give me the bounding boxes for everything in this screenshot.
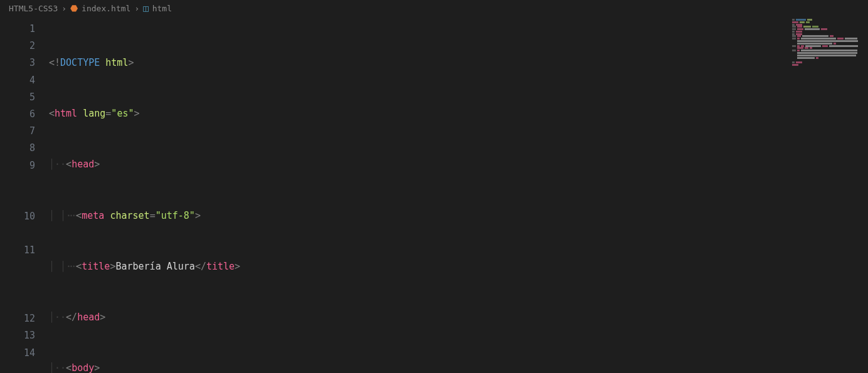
element-icon: ◫: [143, 3, 148, 13]
code-line: │··<head>: [49, 156, 868, 173]
line-number-gutter: 1 2 3 4 5 6 7 8 9 - - 10 - 11 - - - 12 1…: [0, 16, 49, 373]
code-line: <!DOCTYPE html>: [49, 55, 868, 71]
breadcrumb-folder[interactable]: HTML5-CSS3: [9, 4, 58, 13]
html5-icon: ⬣: [70, 3, 78, 13]
chevron-right-icon: ›: [134, 4, 139, 13]
code-editor[interactable]: 1 2 3 4 5 6 7 8 9 - - 10 - 11 - - - 12 1…: [0, 16, 868, 373]
chevron-right-icon: ›: [61, 4, 66, 13]
breadcrumb-file[interactable]: index.html: [82, 4, 130, 13]
breadcrumb[interactable]: HTML5-CSS3 › ⬣ index.html › ◫ html: [0, 0, 868, 16]
breadcrumb-symbol[interactable]: html: [152, 4, 172, 13]
code-line: <html lang="es">: [49, 105, 868, 122]
minimap[interactable]: [792, 19, 858, 56]
code-line: │··<body>: [49, 360, 868, 373]
code-line: │ │····<meta charset="utf-8">: [49, 208, 868, 224]
code-line: │··</head>: [49, 309, 868, 326]
code-content[interactable]: <!DOCTYPE html> <html lang="es"> │··<hea…: [49, 16, 868, 373]
code-line: │ │····<title>Barbería Alura</title>: [49, 258, 868, 275]
